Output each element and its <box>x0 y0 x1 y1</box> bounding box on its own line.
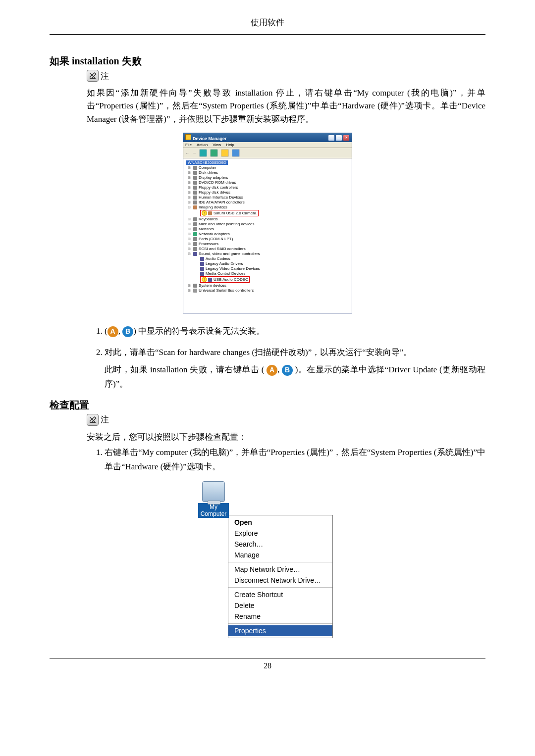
context-menu-item-manage[interactable]: Manage <box>228 550 332 560</box>
window-titlebar: Device Manager _ □ × <box>183 133 352 142</box>
app-icon <box>185 134 191 140</box>
tree-leaf-warning-b[interactable]: USB Audio CODEC <box>200 276 349 283</box>
context-menu-item-rename[interactable]: Rename <box>228 611 332 622</box>
minimize-button[interactable]: _ <box>328 135 335 141</box>
tree-leaf[interactable]: Media Control Devices <box>200 271 349 276</box>
tree-node[interactable]: System devices <box>193 283 349 288</box>
maximize-button[interactable]: □ <box>335 135 342 141</box>
figure-device-manager: Device Manager _ □ × File Action View He… <box>50 133 485 313</box>
tree-node[interactable]: Floppy disk controllers <box>193 185 349 190</box>
section-check-config-heading: 检查配置 <box>50 399 485 412</box>
tree-leaf[interactable]: Audio Codecs <box>200 256 349 261</box>
tree-node[interactable]: Monitors <box>193 227 349 231</box>
step-2: 对此，请单击“Scan for hardware changes (扫描硬件改动… <box>105 346 485 392</box>
tree-node[interactable]: Keyboards <box>193 217 349 221</box>
device-tree: WNASC4B20085D9D Computer Disk drives Dis… <box>183 158 352 313</box>
warning-box-a: Saturn USB 2.0 Camera. <box>200 210 259 216</box>
step2-line1: 对此，请单击“Scan for hardware changes (扫描硬件改动… <box>105 348 412 357</box>
my-computer-desktop-icon[interactable]: My Computer <box>198 481 229 518</box>
tree-leaf[interactable]: Legacy Video Capture Devices <box>200 266 349 271</box>
page-header-title: 使用软件 <box>50 17 485 31</box>
tree-node[interactable]: DVD/CD-ROM drives <box>193 180 349 185</box>
context-menu-group: Properties <box>228 624 332 638</box>
section-install-fail-heading: 如果 installation 失败 <box>50 54 485 68</box>
tree-node[interactable]: Ports (COM & LPT) <box>193 237 349 241</box>
tree-node[interactable]: Processors <box>193 242 349 246</box>
note-row: 注 <box>87 414 485 426</box>
tree-node[interactable]: Universal Serial Bus controllers <box>193 288 349 293</box>
context-menu-group: Open Explore Search… Manage <box>228 515 332 562</box>
step2-line2-a: 此时，如果 installation 失败，请右键单击 ( <box>105 365 267 374</box>
note-label: 注 <box>101 414 109 425</box>
badge-b-icon: B <box>122 326 133 337</box>
steps-list-2: 右键单击“My computer (我的电脑)”，并单击“Properties … <box>87 446 485 474</box>
heading-suffix: 失败 <box>119 55 142 66</box>
badge-b-icon: B <box>282 365 293 376</box>
tree-node[interactable]: Mice and other pointing devices <box>193 222 349 226</box>
context-menu-item-properties[interactable]: Properties <box>228 625 332 636</box>
page-number: 28 <box>264 661 271 670</box>
section2-intro: 安装之后，您可以按照以下步骤检查配置： <box>87 431 485 444</box>
tree-node-sound[interactable]: Sound, video and game controllers Audio … <box>193 252 349 283</box>
sep: , <box>277 365 282 374</box>
context-menu: Open Explore Search… Manage Map Network … <box>228 515 333 638</box>
menu-help[interactable]: Help <box>226 143 234 147</box>
menu-action[interactable]: Action <box>197 143 208 147</box>
step-check-1: 右键单击“My computer (我的电脑)”，并单击“Properties … <box>105 446 485 474</box>
context-menu-group: Create Shortcut Delete Rename <box>228 588 332 624</box>
tree-node[interactable]: IDE ATA/ATAPI controllers <box>193 200 349 204</box>
note-label: 注 <box>101 70 109 82</box>
device-manager-window: Device Manager _ □ × File Action View He… <box>183 133 352 313</box>
toolbar-button[interactable] <box>210 149 218 157</box>
toolbar-button[interactable] <box>199 149 207 157</box>
badge-a-icon: A <box>107 326 118 337</box>
warning-icon <box>202 277 207 282</box>
toolbar-button[interactable] <box>232 149 240 157</box>
context-menu-group: Map Network Drive… Disconnect Network Dr… <box>228 562 332 588</box>
badge-a-icon: A <box>267 365 277 376</box>
steps-list: (A, B) 中显示的符号表示设备无法安装。 对此，请单击“Scan for h… <box>87 324 485 392</box>
tree-node[interactable]: Computer <box>193 165 349 170</box>
page-footer: 28 <box>50 658 485 670</box>
step1-prefix: ( <box>105 326 107 336</box>
tree-node[interactable]: Display adapters <box>193 175 349 180</box>
context-menu-item-map-drive[interactable]: Map Network Drive… <box>228 564 332 575</box>
tree-node[interactable]: Network adapters <box>193 232 349 236</box>
context-menu-item-explore[interactable]: Explore <box>228 528 332 539</box>
step-1: (A, B) 中显示的符号表示设备无法安装。 <box>105 324 485 339</box>
tree-node-imaging[interactable]: Imaging devices Saturn USB 2.0 Camera. <box>193 205 349 216</box>
warning-icon <box>202 210 207 216</box>
tree-node[interactable]: SCSI and RAID controllers <box>193 247 349 251</box>
step2-line2: 此时，如果 installation 失败，请右键单击 ( A, B )。在显示… <box>105 363 485 392</box>
tree-root[interactable]: WNASC4B20085D9D <box>186 160 228 165</box>
figure-context-menu: My Computer Open Explore Search… Manage … <box>50 481 485 638</box>
note-row: 注 <box>87 70 485 82</box>
tree-node[interactable]: Human Interface Devices <box>193 195 349 200</box>
menu-bar: File Action View Help <box>183 142 352 148</box>
menu-view[interactable]: View <box>213 143 221 147</box>
note-icon <box>87 70 99 82</box>
tree-leaf[interactable]: Legacy Audio Drivers <box>200 261 349 266</box>
page-header: 使用软件 <box>50 15 485 35</box>
window-title: Device Manager <box>193 136 227 141</box>
tree-leaf-warning-a[interactable]: Saturn USB 2.0 Camera. <box>200 210 349 216</box>
section1-paragraph: 如果因“添加新硬件向导”失败导致 installation 停止，请右键单击“M… <box>87 87 485 126</box>
menu-file[interactable]: File <box>185 143 192 147</box>
close-button[interactable]: × <box>343 135 350 141</box>
tree-node[interactable]: Disk drives <box>193 170 349 175</box>
computer-icon <box>202 481 225 502</box>
context-menu-item-disconnect-drive[interactable]: Disconnect Network Drive… <box>228 575 332 586</box>
context-menu-item-search[interactable]: Search… <box>228 539 332 550</box>
toolbar: ← → <box>183 148 352 158</box>
tree-node[interactable]: Floppy disk drives <box>193 190 349 195</box>
note-icon <box>87 414 99 426</box>
context-menu-figure: My Computer Open Explore Search… Manage … <box>198 481 337 638</box>
step1-mid: , <box>118 326 123 336</box>
context-menu-item-create-shortcut[interactable]: Create Shortcut <box>228 589 332 600</box>
icon-label: My Computer <box>198 503 229 518</box>
heading-bold: installation <box>72 55 119 66</box>
toolbar-button[interactable] <box>221 149 229 157</box>
heading-prefix: 如果 <box>50 55 72 66</box>
context-menu-item-delete[interactable]: Delete <box>228 600 332 611</box>
context-menu-item-open[interactable]: Open <box>228 517 332 528</box>
